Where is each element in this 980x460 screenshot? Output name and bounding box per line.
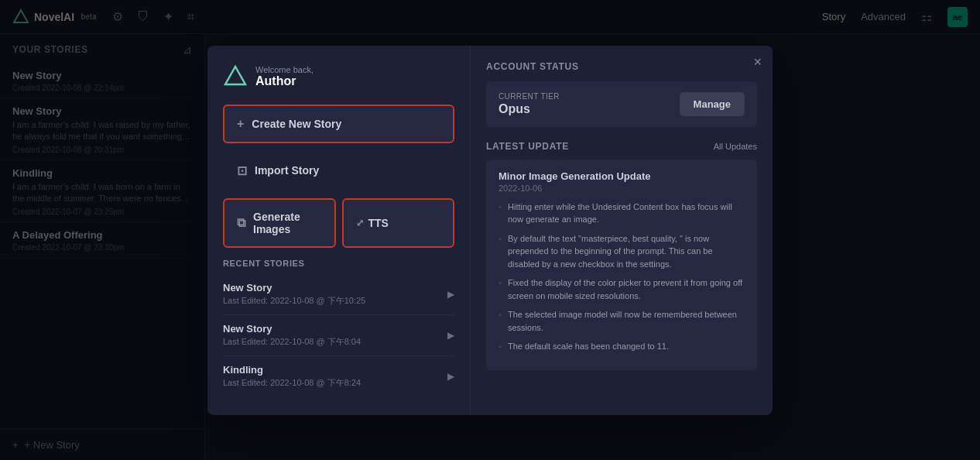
update-item: The default scale has been changed to 11… — [499, 340, 745, 353]
generate-btn-label: Generate Images — [253, 211, 322, 235]
rs-date: Last Edited: 2022-10-08 @ 下午10:25 — [223, 295, 365, 307]
update-item: Hitting enter while the Undesired Conten… — [499, 201, 745, 226]
tier-info: Current Tier Opus — [499, 92, 560, 116]
external-icon: ⤢ — [356, 218, 364, 228]
recent-story-item[interactable]: New Story Last Edited: 2022-10-08 @ 下午10… — [223, 274, 454, 315]
rs-date: Last Edited: 2022-10-08 @ 下午8:24 — [223, 377, 361, 389]
all-updates-link[interactable]: All Updates — [714, 142, 757, 151]
tts-button[interactable]: ⤢ TTS — [342, 198, 455, 248]
modal: × Welcome back, Author + Create New Stor… — [207, 46, 773, 415]
update-name: Minor Image Generation Update — [499, 170, 745, 182]
welcome-name: Author — [255, 74, 314, 88]
update-date: 2022-10-06 — [499, 184, 745, 193]
tts-btn-label: TTS — [368, 217, 389, 229]
welcome-logo-icon — [223, 64, 248, 89]
account-status-title: Account Status — [486, 61, 757, 72]
rs-title: New Story — [223, 323, 361, 335]
tier-label: Current Tier — [499, 92, 560, 101]
modal-left-panel: Welcome back, Author + Create New Story … — [207, 46, 471, 415]
update-item: Fixed the display of the color picker to… — [499, 276, 745, 302]
latest-update-title: Latest Update — [486, 141, 569, 152]
arrow-icon: ▶ — [447, 330, 454, 341]
svg-marker-1 — [225, 67, 245, 84]
arrow-icon: ▶ — [447, 289, 454, 300]
latest-update-header: Latest Update All Updates — [486, 141, 757, 152]
recent-story-info: Kindling Last Edited: 2022-10-08 @ 下午8:2… — [223, 364, 361, 389]
close-button[interactable]: × — [753, 55, 762, 69]
update-box: Minor Image Generation Update 2022-10-06… — [486, 160, 757, 370]
create-new-story-button[interactable]: + Create New Story — [223, 105, 454, 143]
update-item: By default the text "masterpiece, best q… — [499, 232, 745, 271]
rs-title: New Story — [223, 282, 365, 294]
recent-story-info: New Story Last Edited: 2022-10-08 @ 下午10… — [223, 282, 365, 307]
recent-stories-section-title: Recent Stories — [223, 259, 454, 268]
manage-button[interactable]: Manage — [680, 92, 745, 116]
update-list: Hitting enter while the Undesired Conten… — [499, 201, 745, 353]
generate-tts-row: ⧉ Generate Images ⤢ TTS — [223, 198, 454, 248]
recent-story-item[interactable]: New Story Last Edited: 2022-10-08 @ 下午8:… — [223, 315, 454, 356]
welcome-text: Welcome back, Author — [255, 65, 314, 88]
rs-title: Kindling — [223, 364, 361, 376]
arrow-icon: ▶ — [447, 371, 454, 382]
tier-name: Opus — [499, 102, 560, 116]
modal-right-panel: Account Status Current Tier Opus Manage … — [471, 46, 773, 415]
import-icon: ⊡ — [237, 163, 247, 178]
welcome-greeting: Welcome back, — [255, 65, 314, 74]
modal-overlay: × Welcome back, Author + Create New Stor… — [0, 0, 980, 460]
import-story-button[interactable]: ⊡ Import Story — [223, 151, 454, 191]
account-status-section: Account Status Current Tier Opus Manage — [486, 61, 757, 127]
modal-welcome: Welcome back, Author — [223, 64, 454, 89]
generate-images-button[interactable]: ⧉ Generate Images — [223, 198, 336, 248]
plus-icon: + — [237, 117, 244, 131]
tier-row: Current Tier Opus Manage — [486, 81, 757, 127]
update-item: The selected image model will now be rem… — [499, 308, 745, 334]
create-btn-label: Create New Story — [252, 118, 341, 130]
recent-story-item[interactable]: Kindling Last Edited: 2022-10-08 @ 下午8:2… — [223, 356, 454, 396]
import-btn-label: Import Story — [255, 164, 319, 177]
recent-story-info: New Story Last Edited: 2022-10-08 @ 下午8:… — [223, 323, 361, 348]
image-icon: ⧉ — [237, 216, 245, 230]
rs-date: Last Edited: 2022-10-08 @ 下午8:04 — [223, 336, 361, 348]
